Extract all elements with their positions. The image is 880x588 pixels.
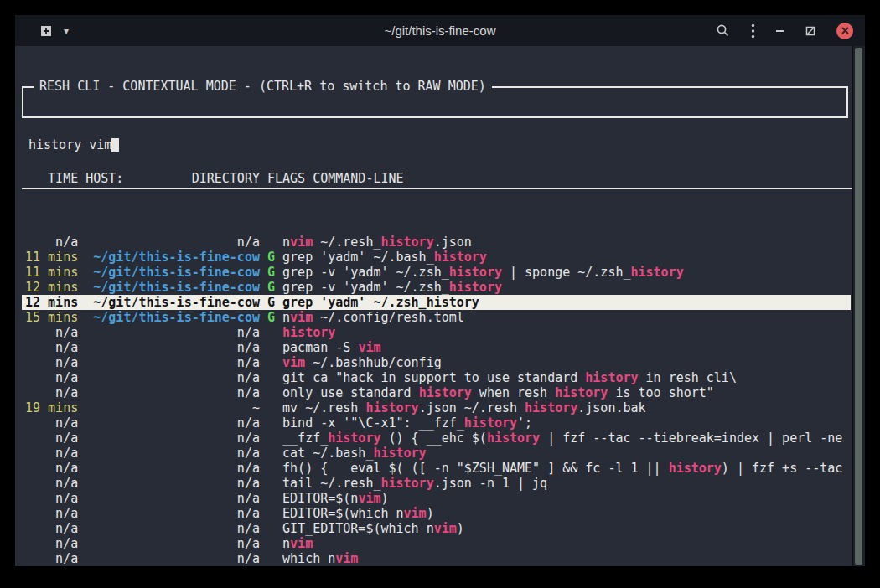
desktop-background: { "titlebar": { "title": "~/git/this-is-… xyxy=(0,0,880,588)
resh-mode-title: RESH CLI - CONTEXTUAL MODE - (CTRL+R to … xyxy=(34,79,492,94)
history-row[interactable]: 11 mins ~/git/this-is-fine-cow G grep -v… xyxy=(22,265,853,280)
history-row[interactable]: 19 mins ~ mv ~/.resh_history.json ~/.res… xyxy=(22,400,853,415)
history-row[interactable]: n/a n/a __fzf_history () { __ehc $(histo… xyxy=(22,431,853,446)
history-row[interactable]: n/a n/a bind -x '"\C-x1": __fzf_history'… xyxy=(22,415,853,431)
restore-button[interactable] xyxy=(805,26,815,36)
search-input[interactable]: history vim xyxy=(23,133,846,152)
close-icon xyxy=(841,27,849,34)
terminal-window: ▾ ~/git/this-is-fine-cow xyxy=(15,15,865,566)
history-row[interactable]: n/a n/a EDITOR=$(nvim) xyxy=(22,491,853,506)
close-button[interactable] xyxy=(836,23,853,39)
titlebar: ▾ ~/git/this-is-fine-cow xyxy=(15,15,865,46)
history-row[interactable]: 12 mins ~/git/this-is-fine-cow G grep -v… xyxy=(22,280,853,295)
history-row[interactable]: n/a n/a GIT_EDITOR=$(which nvim) xyxy=(22,521,853,536)
history-row[interactable]: n/a n/a tail ~/.resh_history.json -n 1 |… xyxy=(22,476,853,491)
history-list: n/a n/a nvim ~/.resh_history.json11 mins… xyxy=(22,235,853,566)
scrollbar-thumb[interactable] xyxy=(855,48,862,565)
history-row[interactable]: n/a n/a pacman -S vim xyxy=(22,340,853,355)
history-row[interactable]: n/a n/a nvim ~/.resh_history.json xyxy=(22,235,853,250)
history-row[interactable]: n/a n/a fh() { eval $( ([ -n "$ZSH_NAME"… xyxy=(22,461,853,476)
search-query-text: history vim xyxy=(28,137,111,152)
search-icon xyxy=(716,23,730,38)
history-row[interactable]: n/a n/a nvim xyxy=(22,536,853,551)
minimize-icon xyxy=(776,29,784,33)
history-row[interactable]: 15 mins ~/git/this-is-fine-cow G nvim ~/… xyxy=(22,310,853,325)
history-row[interactable]: n/a n/a history xyxy=(22,325,853,340)
history-row-selected[interactable]: 12 mins ~/git/this-is-fine-cow G grep 'y… xyxy=(22,295,851,310)
scrollbar[interactable] xyxy=(852,46,865,566)
kebab-menu-icon xyxy=(751,23,755,39)
history-row[interactable]: n/a n/a which nvim xyxy=(22,551,853,566)
resh-header-box: RESH CLI - CONTEXTUAL MODE - (CTRL+R to … xyxy=(22,86,848,118)
history-row[interactable]: n/a n/a only use standard history when r… xyxy=(22,385,853,400)
text-cursor xyxy=(111,138,119,152)
terminal-content: RESH CLI - CONTEXTUAL MODE - (CTRL+R to … xyxy=(15,46,853,566)
minimize-button[interactable] xyxy=(776,29,784,33)
menu-button[interactable] xyxy=(751,23,755,39)
restore-icon xyxy=(805,26,815,36)
history-row[interactable]: n/a n/a EDITOR=$(which nvim) xyxy=(22,506,853,521)
history-row[interactable]: n/a n/a cat ~/.bash_history xyxy=(22,446,853,461)
history-row[interactable]: n/a n/a git ca "hack in support to use s… xyxy=(22,370,853,385)
history-row[interactable]: 11 mins ~/git/this-is-fine-cow G grep 'y… xyxy=(22,250,853,265)
search-button[interactable] xyxy=(716,23,730,38)
history-row[interactable]: n/a n/a vim ~/.bashhub/config xyxy=(22,355,853,370)
